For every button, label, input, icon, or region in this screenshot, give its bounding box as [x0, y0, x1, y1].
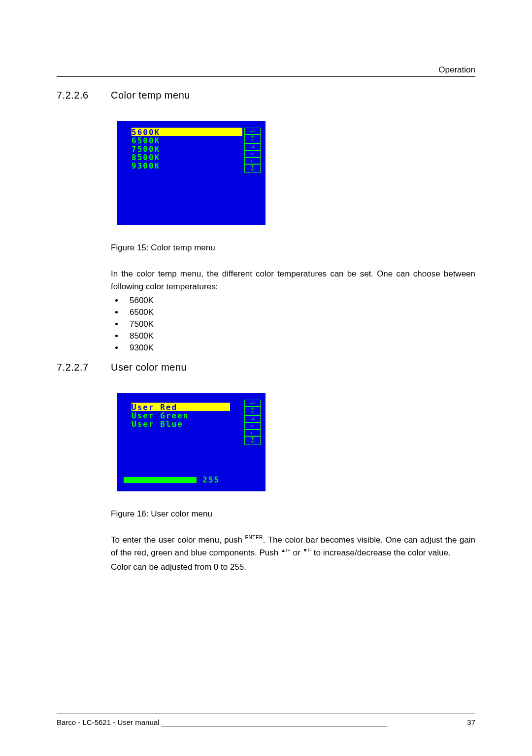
osd-slider-value: 255: [202, 475, 220, 484]
osd-button-column: →☼ MO DE ↲ ↑+ ↓- ME NU: [244, 128, 261, 173]
sec1-list: 5600K 6500K 7500K 8500K 9300K: [111, 296, 475, 353]
osd-button-column: →☼ MO DE ↲ ↑+ ↓- ME NU: [244, 400, 261, 445]
header-section-label: Operation: [438, 65, 475, 75]
osd-btn-down-icon: ↓-: [244, 157, 261, 164]
sec1-para: In the color temp menu, the different co…: [111, 268, 475, 293]
section-title: Color temp menu: [111, 90, 190, 101]
page-footer: Barco - LC-5621 - User manual __________…: [57, 714, 475, 726]
figure-16-caption: Figure 16: User color menu: [111, 509, 475, 519]
page: Operation 7.2.2.6 Color temp menu →☼ MO …: [0, 0, 532, 756]
text-fragment: to increase/decrease the color value.: [311, 548, 451, 557]
figure-15: →☼ MO DE ↲ ↑+ ↓- ME NU 5600K 6500K 7500K…: [111, 115, 475, 231]
osd-slider-track: [124, 477, 197, 483]
osd-btn-menu: ME NU: [244, 436, 261, 445]
footer-dash: ________________________________________…: [162, 718, 388, 726]
figure-16: →☼ MO DE ↲ ↑+ ↓- ME NU User Red User Gre…: [111, 387, 475, 497]
list-item: 9300K: [124, 343, 475, 353]
figure-15-caption: Figure 15: Color temp menu: [111, 243, 475, 253]
osd-btn-enter-icon: ↲: [244, 143, 261, 150]
osd-btn-menu: ME NU: [244, 164, 261, 173]
osd-btn-mode: MO DE: [244, 407, 261, 415]
osd-user-color: →☼ MO DE ↲ ↑+ ↓- ME NU User Red User Gre…: [111, 387, 271, 497]
list-item: 7500K: [124, 319, 475, 329]
osd-btn-mode: MO DE: [244, 135, 261, 143]
osd-item-5600k: 5600K: [132, 128, 242, 136]
osd-btn-up-icon: ↑+: [244, 150, 261, 157]
footer-doc-title: Barco - LC-5621 - User manual: [57, 718, 162, 726]
enter-key-label: ENTER: [245, 535, 263, 540]
header-rule: [57, 76, 475, 77]
list-item: 6500K: [124, 308, 475, 317]
text-fragment: To enter the user color menu, push: [111, 535, 245, 545]
section-title: User color menu: [111, 362, 187, 373]
osd-slider: 255: [124, 475, 220, 484]
osd-btn-enter-icon: ↲: [244, 415, 261, 422]
up-key-label: ▲/+: [281, 548, 291, 553]
osd-slider-fill: [124, 477, 197, 483]
osd-color-temp: →☼ MO DE ↲ ↑+ ↓- ME NU 5600K 6500K 7500K…: [111, 115, 271, 231]
down-key-label: ▼/-: [303, 548, 312, 553]
list-item: 5600K: [124, 296, 475, 306]
section-number: 7.2.2.6: [57, 90, 111, 101]
sec2-para-a: To enter the user color menu, push ENTER…: [111, 534, 475, 559]
osd-btn-up-icon: ↑+: [244, 422, 261, 429]
section-number: 7.2.2.7: [57, 362, 111, 373]
osd-btn-brightness-icon: →☼: [244, 128, 261, 135]
sec2-para-b: Color can be adjusted from 0 to 255.: [111, 561, 475, 574]
osd-btn-down-icon: ↓-: [244, 429, 261, 436]
footer-page-number: 37: [467, 718, 475, 726]
osd-item-user-red: User Red: [132, 403, 230, 411]
list-item: 8500K: [124, 331, 475, 341]
osd-btn-brightness-icon: →☼: [244, 400, 261, 407]
text-fragment: or: [291, 548, 303, 557]
